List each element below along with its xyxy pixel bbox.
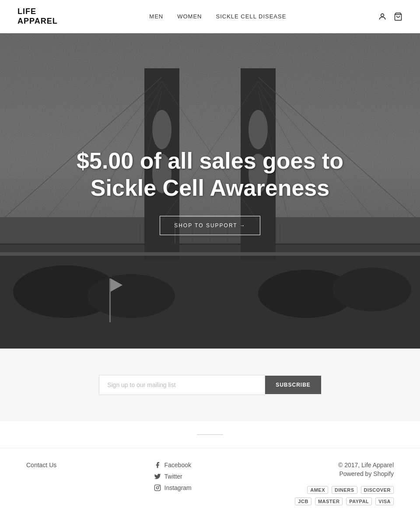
hero-content: $5.00 of all sales goes to Sickle Cell A… [77, 147, 343, 235]
footer-contact-col: Contact Us [26, 462, 56, 470]
payment-paypal: PAYPAL [346, 497, 372, 505]
hero-title-line1: $5.00 of all sales goes to [77, 148, 343, 173]
hero-section: $5.00 of all sales goes to Sickle Cell A… [0, 33, 420, 349]
shop-support-button[interactable]: SHOP TO SUPPORT → [160, 216, 260, 235]
header-icons [378, 12, 402, 21]
svg-point-0 [381, 14, 384, 17]
twitter-link[interactable]: Twitter [154, 473, 192, 480]
instagram-label: Instagram [164, 484, 192, 491]
hero-title: $5.00 of all sales goes to Sickle Cell A… [77, 147, 343, 202]
mailing-section: SUBSCRIBE [0, 349, 420, 421]
instagram-link[interactable]: Instagram [154, 484, 192, 491]
payment-jcb: JCB [295, 497, 312, 505]
contact-us-link[interactable]: Contact Us [26, 462, 56, 469]
payment-master: MASTER [315, 497, 343, 505]
payment-discover: DISCOVER [361, 486, 394, 494]
facebook-label: Facebook [164, 462, 191, 469]
logo-line2: APPAREL [18, 17, 58, 25]
nav-women[interactable]: WOMEN [177, 13, 202, 20]
svg-point-40 [159, 486, 159, 486]
logo-line1: LIFE [18, 7, 36, 16]
twitter-label: Twitter [164, 473, 182, 480]
payment-diners: DINERS [332, 486, 357, 494]
payment-amex: AMEX [307, 486, 328, 494]
subscribe-button[interactable]: SUBSCRIBE [265, 376, 321, 394]
copyright-text: © 2017, Life Apparel [289, 462, 394, 469]
main-nav: MEN WOMEN SICKLE CELL DISEASE [149, 13, 286, 20]
divider-section [0, 421, 420, 448]
mailing-form: SUBSCRIBE [99, 375, 321, 395]
payment-icons: AMEX DINERS DISCOVER JCB MASTER PAYPAL V… [289, 486, 394, 505]
powered-text: Powered by Shopify [289, 470, 394, 477]
divider-line [197, 434, 223, 435]
nav-men[interactable]: MEN [149, 13, 163, 20]
payment-visa: VISA [375, 497, 394, 505]
login-icon[interactable] [378, 12, 387, 21]
site-logo[interactable]: LIFE APPAREL [18, 7, 58, 26]
cart-icon[interactable] [394, 12, 402, 21]
twitter-icon [154, 473, 161, 480]
site-header: LIFE APPAREL MEN WOMEN SICKLE CELL DISEA… [0, 0, 420, 33]
facebook-icon [154, 462, 161, 469]
mailing-input[interactable] [99, 375, 265, 395]
hero-title-line2: Sickle Cell Awareness [91, 175, 329, 201]
instagram-icon [154, 484, 161, 491]
site-footer: Contact Us Facebook Twitter [0, 448, 420, 518]
facebook-link[interactable]: Facebook [154, 462, 192, 469]
svg-point-39 [156, 487, 158, 489]
footer-copyright-col: © 2017, Life Apparel Powered by Shopify … [289, 462, 394, 505]
svg-rect-38 [154, 485, 160, 491]
footer-social-col: Facebook Twitter Instagram [154, 462, 192, 496]
nav-sickle-cell[interactable]: SICKLE CELL DISEASE [216, 13, 287, 20]
